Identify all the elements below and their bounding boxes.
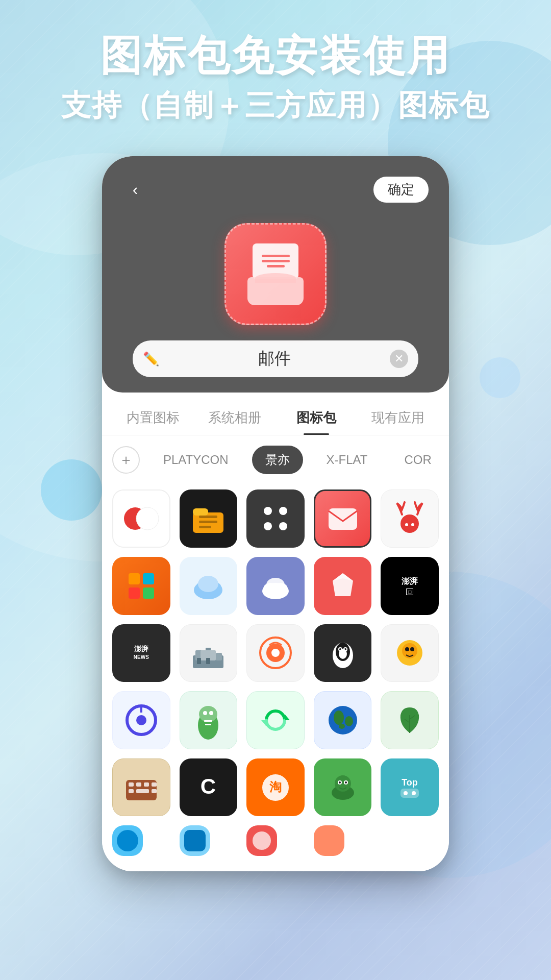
icon-cell-partial-4[interactable] [314,825,344,856]
confirm-button[interactable]: 确定 [373,177,429,203]
svg-rect-3 [193,508,208,516]
icon-cell-gem[interactable] [314,557,372,615]
pack-selector: ＋ PLATYCON 景亦 X-FLAT COR [102,435,449,484]
clear-input-button[interactable]: ✕ [390,350,408,368]
icon-cell-leaf[interactable] [381,691,439,749]
icon-cell-dots[interactable] [246,489,305,548]
svg-point-13 [405,523,408,526]
icon-cell-circles[interactable] [112,489,170,548]
phone-mockup: ‹ 确定 [102,156,449,871]
icon-cell-taobao[interactable]: 淘 [246,758,305,817]
name-input-bar[interactable]: ✏️ 邮件 ✕ [133,340,418,377]
svg-point-8 [279,507,287,515]
svg-rect-73 [129,789,134,793]
icon-cell-qqmusic[interactable] [246,624,305,682]
icon-cell-keyboard[interactable] [112,758,170,817]
svg-rect-74 [136,789,149,793]
svg-point-7 [264,507,272,515]
svg-rect-72 [152,782,157,787]
svg-rect-6 [199,526,211,528]
icon-cell-partial-2[interactable] [180,825,210,856]
icon-cell-penguin[interactable] [314,624,372,682]
header-section: 图标包免安装使用 支持（自制＋三方应用）图标包 [0,0,551,126]
main-title: 图标包免安装使用 [0,31,551,81]
svg-point-22 [198,576,218,592]
tab-existing-apps[interactable]: 现有应用 [357,403,439,435]
back-button[interactable]: ‹ [122,177,148,203]
svg-point-26 [266,578,285,592]
pack-tag-jingyi[interactable]: 景亦 [252,446,303,474]
icon-tray-graphic [247,277,304,305]
icon-cell-refresh-green[interactable] [246,691,305,749]
svg-point-38 [271,649,280,657]
icon-cell-partial-3[interactable] [246,825,277,856]
tab-builtin-icons[interactable]: 内置图标 [112,403,194,435]
svg-marker-59 [285,714,290,720]
svg-point-9 [264,522,272,530]
svg-rect-31 [206,648,211,650]
icon-cell-yellow-blob[interactable] [381,624,439,682]
svg-point-14 [411,523,414,526]
svg-point-51 [136,715,146,725]
svg-rect-4 [199,516,217,518]
svg-point-45 [339,649,347,659]
app-icon-inner [247,243,304,305]
sub-title: 支持（自制＋三方应用）图标包 [0,86,551,126]
pack-tag-cor[interactable]: COR [391,447,445,473]
svg-point-62 [334,710,344,725]
tab-system-album[interactable]: 系统相册 [194,403,276,435]
svg-point-49 [410,647,414,651]
svg-point-56 [209,711,213,715]
svg-rect-58 [205,724,211,725]
svg-point-83 [339,781,341,783]
icon-line-2 [262,260,290,262]
svg-rect-75 [152,789,157,793]
icon-cell-quark[interactable] [112,691,170,749]
svg-rect-69 [129,782,134,787]
svg-point-48 [405,647,409,651]
icon-cell-cloud-purple[interactable] [246,557,305,615]
icon-cell-croc[interactable] [314,758,372,817]
svg-rect-33 [216,653,222,660]
app-name-text: 邮件 [167,348,382,370]
pack-tag-platycon[interactable]: PLATYCON [150,447,242,473]
icon-cell-youdao[interactable] [180,691,238,749]
icon-cell-mail-selected[interactable] [314,489,372,548]
phone-top-section: ‹ 确定 [102,156,449,393]
svg-rect-16 [143,573,154,584]
svg-text:C: C [201,774,216,798]
phone-header-bar: ‹ 确定 [117,172,434,213]
svg-text:淘: 淘 [269,780,282,794]
icon-cell-cloud-light[interactable] [180,557,238,615]
svg-point-87 [404,791,408,795]
svg-rect-35 [206,658,210,664]
svg-rect-34 [197,658,201,664]
tab-icon-pack[interactable]: 图标包 [276,403,357,435]
pack-tag-xflat[interactable]: X-FLAT [313,447,381,473]
icon-cell-partial-1[interactable] [112,825,143,856]
svg-rect-17 [129,587,140,599]
icon-cell-office[interactable] [112,557,170,615]
icons-grid: 澎湃□ 澎湃NEWS [102,484,449,871]
svg-marker-60 [261,720,266,726]
icon-cell-earth[interactable] [314,691,372,749]
icon-cell-folder[interactable] [180,489,238,548]
icon-cell-soloop[interactable]: C [180,758,238,817]
svg-point-10 [279,522,287,530]
svg-rect-18 [143,587,154,599]
svg-rect-11 [329,508,357,530]
svg-rect-57 [204,720,212,722]
icon-cell-penghai-views[interactable]: 澎湃NEWS [112,624,170,682]
icon-cell-deer[interactable] [381,489,439,548]
icon-cell-penghai-black[interactable]: 澎湃□ [381,557,439,615]
svg-rect-71 [144,782,149,787]
icon-cell-factory[interactable] [180,624,238,682]
icon-preview-area [117,213,434,340]
icon-cell-topgame[interactable]: Top [381,758,439,817]
phone-container: ‹ 确定 [0,156,551,871]
edit-icon: ✏️ [143,351,159,367]
svg-point-64 [339,724,345,729]
svg-rect-5 [199,521,217,523]
add-pack-button[interactable]: ＋ [112,446,140,474]
svg-rect-15 [129,573,140,584]
